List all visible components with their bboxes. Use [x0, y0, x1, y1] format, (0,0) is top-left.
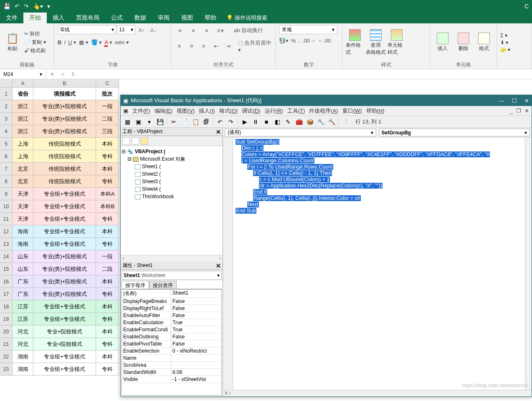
cell[interactable]: 省份	[13, 88, 33, 100]
ribbon-tab-3[interactable]: 页面布局	[70, 13, 105, 23]
close-props-pane-icon[interactable]: ✕	[216, 262, 221, 269]
ribbon-tab-6[interactable]: 审阅	[152, 13, 175, 23]
cell[interactable]: 本科	[96, 138, 119, 150]
cell[interactable]: 专业+院校模式	[33, 338, 96, 351]
percent-button[interactable]: %	[291, 38, 296, 44]
bold-button[interactable]: B	[58, 39, 61, 45]
cell[interactable]: 专科	[96, 313, 119, 325]
fill-icon[interactable]: ⬇ ▾	[500, 40, 510, 45]
decrease-font-icon[interactable]: A↓	[148, 25, 159, 36]
row-header[interactable]: 4	[0, 125, 13, 138]
property-row[interactable]: EnableSelection0 - xlNoRestrict	[122, 348, 221, 355]
property-row[interactable]: EnableCalculationTrue	[122, 319, 221, 326]
properties-grid[interactable]: (名称)Sheet1DisplayPageBreaksFalseDisplayR…	[122, 289, 222, 396]
row-header[interactable]: 21	[0, 338, 13, 351]
row-header[interactable]: 9	[0, 188, 13, 200]
align-right-icon[interactable]: ≡	[199, 41, 208, 52]
font-name-select[interactable]: 等线▾	[58, 25, 116, 34]
cell[interactable]: 专业(类)+院校模式	[33, 125, 96, 138]
cell[interactable]: 专科	[96, 338, 119, 351]
property-row[interactable]: StandardWidth8.08	[122, 369, 221, 376]
mdi-min-icon[interactable]: _	[510, 108, 513, 114]
ribbon-tab-5[interactable]: 数据	[129, 13, 152, 23]
cell[interactable]: 天津	[13, 188, 33, 200]
property-row[interactable]: Name	[122, 355, 221, 362]
row-header[interactable]: 19	[0, 313, 13, 325]
autosum-icon[interactable]: Σ ▾	[500, 33, 510, 38]
code-proc-select[interactable]: SetGroupBg▾	[379, 129, 530, 136]
cell[interactable]: 湖南	[13, 351, 33, 363]
cancel-icon[interactable]: ✕	[50, 71, 54, 77]
cell[interactable]: 专科	[96, 363, 119, 376]
code-editor[interactable]: Sub SetGroupBg() Dim i, j, c Colors = Ar…	[223, 138, 532, 396]
fill-color-button[interactable]: 🪣 ▾	[91, 39, 102, 45]
wrap-text-button[interactable]: ab 自动换行	[234, 27, 263, 34]
cell[interactable]: 批次	[96, 88, 119, 100]
close-project-pane-icon[interactable]: ✕	[216, 129, 221, 135]
copy-button[interactable]: 📄 复制 ▾	[24, 39, 46, 46]
cell[interactable]: 本科B	[96, 200, 119, 213]
property-row[interactable]: EnablePivotTableFalse	[122, 340, 221, 348]
row-header[interactable]: 17	[0, 288, 13, 300]
align-bot-icon[interactable]: ≡	[201, 25, 212, 36]
touch-icon[interactable]: 👆▾	[33, 3, 43, 10]
qat-more-icon[interactable]: ▾	[47, 3, 50, 10]
clear-icon[interactable]: 🧽 ▾	[500, 47, 510, 53]
row-header[interactable]: 5	[0, 138, 13, 150]
paste-button[interactable]: 📋 粘贴	[3, 28, 22, 57]
border-button[interactable]: ▦ ▾	[79, 39, 89, 45]
align-top-icon[interactable]: ≡	[175, 25, 185, 36]
row-header[interactable]: 3	[0, 113, 13, 125]
vba-tb-icon[interactable]: ◧	[273, 118, 281, 126]
cell[interactable]: 专业组+专业模式	[33, 238, 96, 250]
cell[interactable]: 专业(类)+院校模式	[33, 250, 96, 263]
cell[interactable]: 浙江	[13, 113, 33, 125]
cell[interactable]: 专科	[96, 288, 119, 300]
name-box[interactable]: M24▾	[0, 69, 46, 79]
vba-tb-icon[interactable]: 💾	[156, 118, 164, 126]
prop-tab-category[interactable]: 按分类序	[149, 281, 177, 289]
row-header[interactable]: 6	[0, 150, 13, 163]
cell[interactable]: 专科	[96, 238, 119, 250]
ribbon-tab-8[interactable]: 帮助	[199, 13, 222, 23]
underline-button[interactable]: U ▾	[68, 39, 76, 45]
vba-menu-item[interactable]: 外接程序(A)	[309, 107, 338, 115]
orient-icon[interactable]: ⤭▾	[215, 25, 225, 36]
vba-tb-icon[interactable]: 📋	[191, 118, 200, 126]
cell[interactable]: 广东	[13, 288, 33, 300]
cell[interactable]: 传统院校模式	[33, 175, 96, 188]
undo-icon[interactable]: ↶	[15, 3, 20, 10]
vba-tb-icon[interactable]: ✂	[170, 118, 178, 126]
cell[interactable]: 山东	[13, 263, 33, 275]
vba-tb-icon[interactable]: 🧰	[295, 118, 303, 126]
cell[interactable]: 二段	[96, 263, 119, 275]
cell-styles-button[interactable]: 单元格样式	[388, 28, 406, 57]
property-row[interactable]: EnableFormatCondiTrue	[122, 326, 221, 333]
align-mid-icon[interactable]: ≡	[188, 25, 199, 36]
increase-font-icon[interactable]: A↑	[136, 25, 147, 36]
cell[interactable]: 北京	[13, 175, 33, 188]
vba-tb-icon[interactable]: 🔧	[317, 118, 325, 126]
property-row[interactable]: ScrollArea	[122, 362, 221, 369]
col-header-B[interactable]: B	[33, 79, 96, 88]
vba-tb-icon[interactable]: 📦	[306, 118, 314, 126]
proj-btn-3[interactable]	[141, 137, 148, 145]
vba-tb-icon[interactable]: ↶	[216, 118, 224, 126]
row-header[interactable]: 23	[0, 363, 13, 376]
ribbon-tab-2[interactable]: 插入	[47, 13, 70, 23]
row-header[interactable]: 22	[0, 351, 13, 363]
vba-tb-icon[interactable]: ❔	[341, 118, 350, 126]
tell-me-search[interactable]: 💡 操作说明搜索	[222, 13, 271, 23]
cell[interactable]: 本科	[96, 300, 119, 313]
save-icon[interactable]: 💾	[3, 3, 10, 10]
ribbon-tab-0[interactable]: 文件	[0, 13, 23, 23]
cell[interactable]: 天津	[13, 213, 33, 225]
format-painter-button[interactable]: 🖌 格式刷	[24, 47, 46, 54]
property-row[interactable]: Visible-1 - xlSheetVisi	[122, 376, 221, 383]
col-header-A[interactable]: A	[13, 79, 33, 88]
vba-menu-item[interactable]: 帮助(H)	[366, 107, 385, 115]
row-header[interactable]: 15	[0, 263, 13, 275]
property-row[interactable]: DisplayPageBreaksFalse	[122, 298, 221, 305]
cell[interactable]: 一段	[96, 250, 119, 263]
align-left-icon[interactable]: ≡	[175, 41, 184, 52]
